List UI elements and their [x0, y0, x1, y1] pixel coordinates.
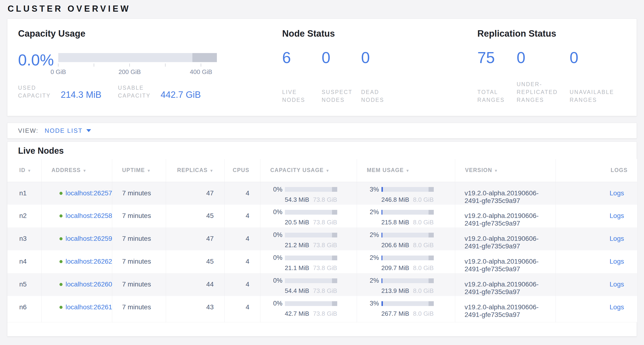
mem-meter-bar [382, 301, 434, 306]
mem-used-value: 209.7 MiB [382, 264, 409, 272]
cell-uptime: 7 minutes [112, 273, 166, 296]
capacity-percent-label: 0% [271, 254, 282, 261]
column-header-label: REPLICAS [177, 167, 208, 173]
logs-link[interactable]: Logs [610, 258, 624, 265]
capacity-bar-tail [192, 53, 217, 62]
mem-total-value: 8.0 GiB [413, 219, 434, 226]
mem-meter-bar [382, 255, 434, 260]
capacity-used-value: 21.1 MiB [285, 264, 310, 272]
column-header-replicas[interactable]: REPLICAS▼ [166, 159, 224, 182]
view-mode-dropdown[interactable]: NODE LIST [45, 127, 91, 134]
sort-descending-icon: ▼ [326, 169, 330, 173]
logs-link[interactable]: Logs [610, 235, 624, 242]
capacity-total-value: 73.8 GiB [313, 310, 337, 317]
axis-tick [129, 64, 130, 67]
mem-used-value: 267.7 MiB [382, 310, 409, 317]
sort-descending-icon: ▼ [406, 169, 410, 173]
cell-node-id: n5 [7, 273, 42, 296]
capacity-total-value: 73.8 GiB [313, 196, 337, 203]
address-link[interactable]: localhost:26260 [66, 280, 112, 288]
cell-capacity-usage: 0% 21.1 MiB 73.8 GiB [260, 250, 357, 273]
mem-total-value: 8.0 GiB [413, 264, 434, 272]
column-header-id[interactable]: ID▼ [7, 159, 42, 182]
axis-tick [94, 64, 94, 67]
cell-logs: Logs [556, 273, 637, 296]
cell-mem-usage: 2% 213.9 MiB 8.0 GiB [357, 273, 455, 296]
cell-cpus: 4 [224, 296, 260, 319]
column-header-version[interactable]: VERSION▼ [455, 159, 556, 182]
cell-uptime: 7 minutes [112, 205, 166, 227]
cell-logs: Logs [556, 227, 637, 250]
column-header-address[interactable]: ADDRESS▼ [42, 159, 112, 182]
live-status-icon [60, 214, 62, 217]
mem-used-value: 213.9 MiB [382, 287, 409, 294]
cell-capacity-usage: 0% 54.3 MiB 73.8 GiB [260, 182, 357, 205]
under-replicated-ranges-count: 0 [516, 50, 558, 66]
logs-link[interactable]: Logs [610, 280, 624, 288]
cell-mem-usage: 2% 206.6 MiB 8.0 GiB [357, 227, 455, 250]
cell-address: localhost:26260 [42, 273, 112, 296]
dead-nodes-count: 0 [361, 50, 401, 66]
capacity-used-value: 20.5 MiB [285, 219, 310, 226]
unavailable-ranges-count: 0 [570, 50, 614, 66]
column-header-capacity[interactable]: CAPACITY USAGE▼ [260, 159, 357, 182]
address-link[interactable]: localhost:26259 [66, 235, 112, 242]
live-status-icon [60, 192, 62, 195]
cell-node-id: n3 [7, 227, 42, 250]
address-link[interactable]: localhost:26261 [66, 303, 112, 311]
column-header-mem[interactable]: MEM USAGE▼ [357, 159, 455, 182]
cell-address: localhost:26259 [42, 227, 112, 250]
table-row: n5 localhost:26260 7 minutes 44 4 0% 54.… [7, 273, 637, 296]
logs-link[interactable]: Logs [610, 189, 624, 197]
live-nodes-card: Live Nodes ID▼ADDRESS▼UPTIME▼REPLICAS▼CP… [7, 142, 637, 336]
cell-replicas: 44 [166, 273, 224, 296]
cell-logs: Logs [556, 182, 637, 205]
live-nodes-label: LIVE NODES [282, 88, 305, 104]
address-link[interactable]: localhost:26257 [66, 189, 112, 197]
column-header-uptime[interactable]: UPTIME▼ [112, 159, 166, 182]
cluster-summary-card: Capacity Usage 0.0% 0 GiB 20 [7, 19, 637, 116]
cell-cpus: 4 [224, 227, 260, 250]
capacity-percent-label: 0% [271, 300, 282, 307]
total-ranges-count: 75 [477, 50, 505, 66]
capacity-meter-bar [285, 301, 337, 306]
suspect-nodes-count: 0 [322, 50, 361, 66]
cell-address: localhost:26261 [42, 296, 112, 319]
live-nodes-stat: 6 LIVE NODES [282, 50, 322, 104]
node-status-heading: Node Status [282, 28, 478, 39]
cell-logs: Logs [556, 205, 637, 227]
logs-link[interactable]: Logs [610, 212, 624, 219]
mem-percent-label: 2% [368, 254, 379, 261]
capacity-bar-chart: 0 GiB 200 GiB 400 GiB [58, 50, 217, 76]
cell-version: v19.2.0-alpha.20190606-2491-gfe735c9a97 [455, 182, 556, 205]
live-nodes-table: ID▼ADDRESS▼UPTIME▼REPLICAS▼CPUSCAPACITY … [7, 159, 637, 322]
mem-used-value: 246.8 MiB [382, 196, 409, 203]
sort-descending-icon: ▼ [494, 169, 498, 173]
table-row: n6 localhost:26261 7 minutes 43 4 0% 42.… [7, 296, 637, 319]
cell-capacity-usage: 0% 20.5 MiB 73.8 GiB [260, 205, 357, 227]
mem-meter-bar [382, 233, 434, 237]
sort-descending-icon: ▼ [82, 169, 86, 173]
mem-meter-bar [382, 210, 434, 215]
live-status-icon [60, 306, 62, 309]
capacity-bar [58, 53, 217, 62]
cell-address: localhost:26257 [42, 182, 112, 205]
cell-mem-usage: 3% 246.8 MiB 8.0 GiB [357, 182, 455, 205]
unavailable-ranges-label: UNAVAILABLE RANGES [570, 88, 614, 104]
cell-version: v19.2.0-alpha.20190606-2491-gfe735c9a97 [455, 227, 556, 250]
axis-tick-label: 200 GiB [118, 68, 141, 76]
address-link[interactable]: localhost:26258 [66, 212, 112, 219]
address-link[interactable]: localhost:26262 [66, 258, 112, 265]
dead-nodes-label: DEAD NODES [361, 88, 384, 104]
column-header-label: VERSION [465, 167, 492, 173]
cell-address: localhost:26258 [42, 205, 112, 227]
logs-link[interactable]: Logs [610, 303, 624, 311]
cell-uptime: 7 minutes [112, 227, 166, 250]
capacity-axis: 0 GiB 200 GiB 400 GiB [58, 64, 217, 76]
column-header-label: CAPACITY USAGE [270, 167, 324, 173]
view-selector-bar: VIEW: NODE LIST [7, 123, 637, 139]
cell-uptime: 7 minutes [112, 296, 166, 319]
capacity-percent-label: 0% [271, 186, 282, 193]
mem-total-value: 8.0 GiB [413, 241, 434, 249]
mem-meter-bar [382, 187, 434, 192]
